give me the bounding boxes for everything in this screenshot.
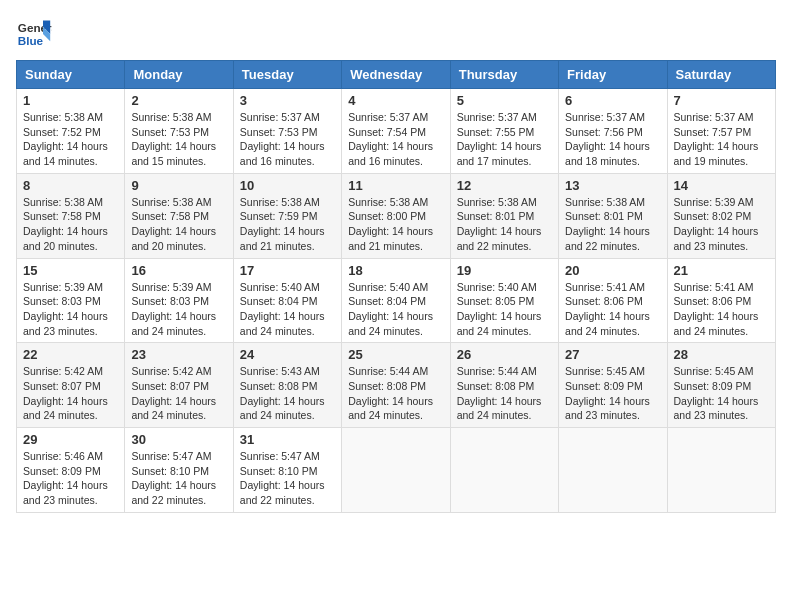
day-number: 14 [674,178,769,193]
calendar-cell: 18Sunrise: 5:40 AM Sunset: 8:04 PM Dayli… [342,258,450,343]
day-info: Sunrise: 5:37 AM Sunset: 7:55 PM Dayligh… [457,110,552,169]
day-number: 25 [348,347,443,362]
svg-text:Blue: Blue [18,34,44,47]
day-info: Sunrise: 5:47 AM Sunset: 8:10 PM Dayligh… [131,449,226,508]
day-info: Sunrise: 5:37 AM Sunset: 7:56 PM Dayligh… [565,110,660,169]
day-number: 20 [565,263,660,278]
calendar-cell: 31Sunrise: 5:47 AM Sunset: 8:10 PM Dayli… [233,428,341,513]
calendar-cell: 28Sunrise: 5:45 AM Sunset: 8:09 PM Dayli… [667,343,775,428]
calendar-cell: 27Sunrise: 5:45 AM Sunset: 8:09 PM Dayli… [559,343,667,428]
day-info: Sunrise: 5:44 AM Sunset: 8:08 PM Dayligh… [348,364,443,423]
weekday-header-sunday: Sunday [17,61,125,89]
day-info: Sunrise: 5:41 AM Sunset: 8:06 PM Dayligh… [565,280,660,339]
day-info: Sunrise: 5:42 AM Sunset: 8:07 PM Dayligh… [23,364,118,423]
weekday-header-tuesday: Tuesday [233,61,341,89]
calendar-cell: 15Sunrise: 5:39 AM Sunset: 8:03 PM Dayli… [17,258,125,343]
day-info: Sunrise: 5:46 AM Sunset: 8:09 PM Dayligh… [23,449,118,508]
weekday-header-thursday: Thursday [450,61,558,89]
calendar-cell: 14Sunrise: 5:39 AM Sunset: 8:02 PM Dayli… [667,173,775,258]
day-info: Sunrise: 5:38 AM Sunset: 7:58 PM Dayligh… [23,195,118,254]
day-info: Sunrise: 5:37 AM Sunset: 7:57 PM Dayligh… [674,110,769,169]
day-info: Sunrise: 5:40 AM Sunset: 8:05 PM Dayligh… [457,280,552,339]
calendar-cell: 29Sunrise: 5:46 AM Sunset: 8:09 PM Dayli… [17,428,125,513]
day-number: 29 [23,432,118,447]
day-number: 2 [131,93,226,108]
day-number: 31 [240,432,335,447]
calendar-cell: 23Sunrise: 5:42 AM Sunset: 8:07 PM Dayli… [125,343,233,428]
day-number: 3 [240,93,335,108]
day-number: 13 [565,178,660,193]
logo: General Blue [16,16,52,52]
day-info: Sunrise: 5:38 AM Sunset: 7:52 PM Dayligh… [23,110,118,169]
day-info: Sunrise: 5:38 AM Sunset: 8:01 PM Dayligh… [457,195,552,254]
calendar-cell [450,428,558,513]
day-info: Sunrise: 5:42 AM Sunset: 8:07 PM Dayligh… [131,364,226,423]
calendar-cell: 19Sunrise: 5:40 AM Sunset: 8:05 PM Dayli… [450,258,558,343]
calendar-cell: 17Sunrise: 5:40 AM Sunset: 8:04 PM Dayli… [233,258,341,343]
day-number: 17 [240,263,335,278]
weekday-header-friday: Friday [559,61,667,89]
calendar-cell [559,428,667,513]
logo-icon: General Blue [16,16,52,52]
day-info: Sunrise: 5:39 AM Sunset: 8:03 PM Dayligh… [23,280,118,339]
day-number: 22 [23,347,118,362]
day-number: 11 [348,178,443,193]
calendar-cell: 12Sunrise: 5:38 AM Sunset: 8:01 PM Dayli… [450,173,558,258]
day-number: 28 [674,347,769,362]
calendar-cell: 20Sunrise: 5:41 AM Sunset: 8:06 PM Dayli… [559,258,667,343]
day-number: 16 [131,263,226,278]
calendar-cell: 26Sunrise: 5:44 AM Sunset: 8:08 PM Dayli… [450,343,558,428]
day-number: 10 [240,178,335,193]
calendar-table: SundayMondayTuesdayWednesdayThursdayFrid… [16,60,776,513]
calendar-cell: 8Sunrise: 5:38 AM Sunset: 7:58 PM Daylig… [17,173,125,258]
day-info: Sunrise: 5:38 AM Sunset: 8:01 PM Dayligh… [565,195,660,254]
day-info: Sunrise: 5:45 AM Sunset: 8:09 PM Dayligh… [565,364,660,423]
day-number: 7 [674,93,769,108]
calendar-cell: 13Sunrise: 5:38 AM Sunset: 8:01 PM Dayli… [559,173,667,258]
weekday-header-saturday: Saturday [667,61,775,89]
calendar-week-2: 8Sunrise: 5:38 AM Sunset: 7:58 PM Daylig… [17,173,776,258]
day-info: Sunrise: 5:38 AM Sunset: 7:58 PM Dayligh… [131,195,226,254]
calendar-cell: 6Sunrise: 5:37 AM Sunset: 7:56 PM Daylig… [559,89,667,174]
day-info: Sunrise: 5:40 AM Sunset: 8:04 PM Dayligh… [240,280,335,339]
calendar-cell: 22Sunrise: 5:42 AM Sunset: 8:07 PM Dayli… [17,343,125,428]
day-info: Sunrise: 5:43 AM Sunset: 8:08 PM Dayligh… [240,364,335,423]
calendar-week-4: 22Sunrise: 5:42 AM Sunset: 8:07 PM Dayli… [17,343,776,428]
calendar-cell: 24Sunrise: 5:43 AM Sunset: 8:08 PM Dayli… [233,343,341,428]
calendar-cell [667,428,775,513]
day-number: 26 [457,347,552,362]
day-info: Sunrise: 5:38 AM Sunset: 8:00 PM Dayligh… [348,195,443,254]
calendar-cell [342,428,450,513]
calendar-cell: 2Sunrise: 5:38 AM Sunset: 7:53 PM Daylig… [125,89,233,174]
page-header: General Blue [16,16,776,52]
day-info: Sunrise: 5:47 AM Sunset: 8:10 PM Dayligh… [240,449,335,508]
day-info: Sunrise: 5:41 AM Sunset: 8:06 PM Dayligh… [674,280,769,339]
calendar-cell: 3Sunrise: 5:37 AM Sunset: 7:53 PM Daylig… [233,89,341,174]
day-number: 21 [674,263,769,278]
day-number: 9 [131,178,226,193]
calendar-header-row: SundayMondayTuesdayWednesdayThursdayFrid… [17,61,776,89]
calendar-cell: 4Sunrise: 5:37 AM Sunset: 7:54 PM Daylig… [342,89,450,174]
calendar-cell: 10Sunrise: 5:38 AM Sunset: 7:59 PM Dayli… [233,173,341,258]
calendar-week-5: 29Sunrise: 5:46 AM Sunset: 8:09 PM Dayli… [17,428,776,513]
day-number: 6 [565,93,660,108]
calendar-week-3: 15Sunrise: 5:39 AM Sunset: 8:03 PM Dayli… [17,258,776,343]
day-info: Sunrise: 5:37 AM Sunset: 7:54 PM Dayligh… [348,110,443,169]
calendar-cell: 30Sunrise: 5:47 AM Sunset: 8:10 PM Dayli… [125,428,233,513]
day-number: 4 [348,93,443,108]
day-info: Sunrise: 5:38 AM Sunset: 7:59 PM Dayligh… [240,195,335,254]
calendar-cell: 21Sunrise: 5:41 AM Sunset: 8:06 PM Dayli… [667,258,775,343]
day-number: 5 [457,93,552,108]
day-number: 1 [23,93,118,108]
weekday-header-monday: Monday [125,61,233,89]
day-info: Sunrise: 5:39 AM Sunset: 8:02 PM Dayligh… [674,195,769,254]
calendar-cell: 11Sunrise: 5:38 AM Sunset: 8:00 PM Dayli… [342,173,450,258]
day-info: Sunrise: 5:45 AM Sunset: 8:09 PM Dayligh… [674,364,769,423]
day-number: 23 [131,347,226,362]
day-info: Sunrise: 5:38 AM Sunset: 7:53 PM Dayligh… [131,110,226,169]
day-number: 18 [348,263,443,278]
day-number: 24 [240,347,335,362]
day-number: 19 [457,263,552,278]
weekday-header-wednesday: Wednesday [342,61,450,89]
day-info: Sunrise: 5:40 AM Sunset: 8:04 PM Dayligh… [348,280,443,339]
